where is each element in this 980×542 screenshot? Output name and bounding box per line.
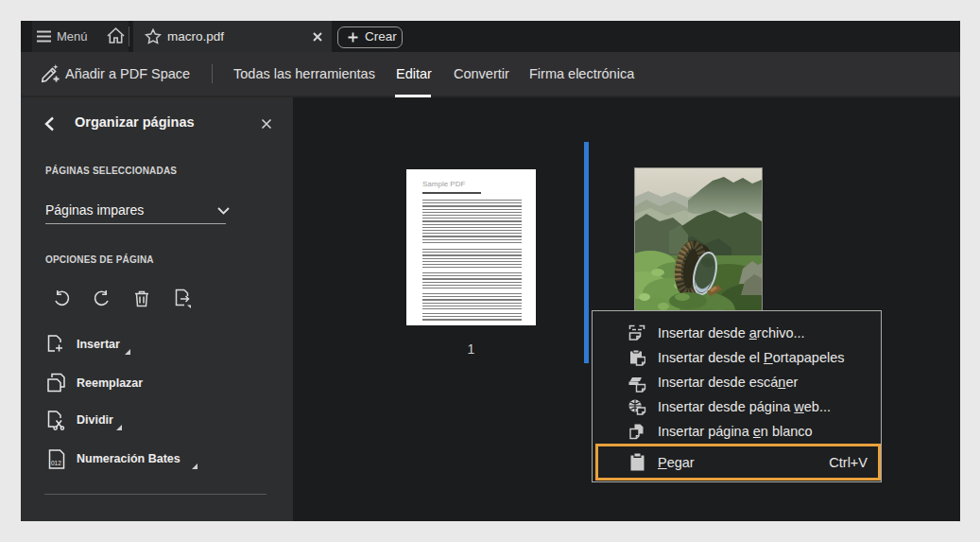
svg-text:012: 012 [51, 460, 61, 466]
